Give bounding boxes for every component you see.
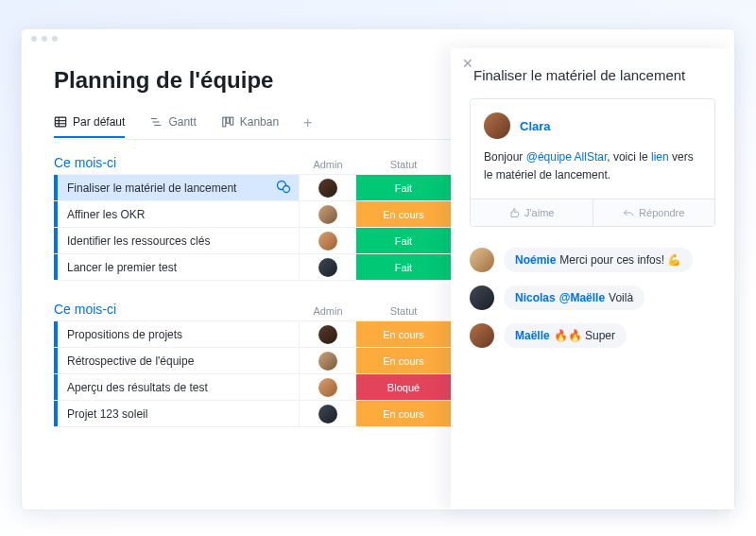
svg-rect-9 — [230, 117, 232, 125]
column-header-admin: Admin — [300, 159, 356, 170]
avatar — [318, 325, 337, 344]
svg-point-11 — [284, 185, 290, 192]
column-header-status: Statut — [356, 159, 451, 170]
status-cell[interactable]: Fait — [356, 175, 451, 200]
avatar — [470, 323, 494, 348]
admin-cell[interactable] — [300, 175, 356, 200]
group-header: Ce mois-ciAdminStatut — [54, 302, 451, 317]
admin-cell[interactable] — [300, 374, 356, 400]
tab-label: Par défaut — [73, 115, 125, 129]
reply-button[interactable]: Répondre — [593, 199, 715, 226]
task-cell[interactable]: Identifier les ressources clés — [58, 228, 300, 253]
svg-rect-7 — [222, 117, 225, 127]
admin-cell[interactable] — [300, 321, 356, 347]
groups-container: Ce mois-ciAdminStatutFinaliser le matéri… — [54, 155, 451, 427]
status-cell[interactable]: En cours — [356, 321, 451, 347]
like-button[interactable]: J'aime — [471, 199, 593, 226]
avatar — [318, 179, 337, 198]
avatar — [470, 285, 494, 310]
admin-cell[interactable] — [300, 348, 356, 373]
svg-rect-0 — [55, 117, 65, 127]
task-cell[interactable]: Propositions de projets — [58, 321, 300, 347]
rows: Propositions de projetsEn coursRétrospec… — [54, 320, 451, 427]
reply-item: Nicolas @Maëlle Voilà — [470, 285, 715, 310]
reply-author[interactable]: Nicolas — [515, 291, 556, 304]
mention[interactable]: @Maëlle — [559, 291, 605, 304]
reply-bubble[interactable]: Maëlle 🔥🔥 Super — [504, 323, 627, 348]
group-header: Ce mois-ciAdminStatut — [54, 155, 451, 170]
reply-author[interactable]: Noémie — [515, 253, 556, 267]
status-cell[interactable]: En cours — [356, 201, 451, 227]
admin-cell[interactable] — [300, 228, 356, 253]
avatar — [470, 248, 494, 272]
reply-label: Répondre — [639, 207, 684, 218]
table-row[interactable]: Aperçu des résultats de testBloqué — [54, 374, 451, 401]
gantt-icon — [149, 115, 163, 129]
table-row[interactable]: Affiner les OKREn cours — [54, 201, 451, 228]
task-group: Ce mois-ciAdminStatutPropositions de pro… — [54, 302, 451, 427]
update-text-part: Bonjour — [484, 150, 526, 164]
group-title[interactable]: Ce mois-ci — [54, 302, 300, 317]
update-author[interactable]: Clara — [520, 119, 551, 133]
tab-gantt[interactable]: Gantt — [149, 115, 196, 138]
group-title[interactable]: Ce mois-ci — [54, 155, 300, 170]
window-dot — [31, 36, 37, 42]
avatar — [484, 112, 510, 139]
mention[interactable]: @équipe AllStar — [526, 150, 608, 164]
main-area: Planning de l'équipe Par défaut Gantt Ka… — [22, 48, 734, 510]
status-cell[interactable]: Bloqué — [356, 374, 451, 400]
reply-author[interactable]: Maëlle — [515, 329, 550, 342]
page-title: Planning de l'équipe — [54, 67, 451, 94]
table-row[interactable]: Lancer le premier testFait — [54, 254, 451, 281]
status-cell[interactable]: Fait — [356, 254, 451, 280]
reply-text: Voilà — [609, 291, 633, 304]
status-cell[interactable]: Fait — [356, 228, 451, 253]
task-cell[interactable]: Projet 123 soleil — [58, 401, 300, 426]
avatar — [318, 205, 337, 224]
reply-icon — [623, 207, 634, 218]
tab-label: Kanban — [240, 115, 279, 129]
task-cell[interactable]: Lancer le premier test — [58, 254, 300, 280]
link[interactable]: lien — [651, 150, 669, 164]
reply-bubble[interactable]: Nicolas @Maëlle Voilà — [504, 285, 644, 310]
view-tabs: Par défaut Gantt Kanban + — [54, 114, 451, 140]
like-label: J'aime — [524, 207, 554, 218]
update-text-part: , voici le — [607, 150, 651, 164]
kanban-icon — [221, 115, 234, 129]
task-cell[interactable]: Finaliser le matériel de lancement — [58, 175, 300, 200]
table-icon — [54, 115, 67, 129]
conversation-icon[interactable] — [276, 179, 291, 197]
svg-rect-8 — [226, 117, 229, 123]
board-pane: Planning de l'équipe Par défaut Gantt Ka… — [22, 48, 451, 510]
reply-text: Merci pour ces infos! 💪 — [559, 253, 681, 267]
table-row[interactable]: Projet 123 soleilEn cours — [54, 401, 451, 427]
table-row[interactable]: Propositions de projetsEn cours — [54, 321, 451, 348]
window-dot — [42, 36, 47, 42]
tab-default[interactable]: Par défaut — [54, 115, 125, 138]
column-header-status: Statut — [356, 305, 451, 317]
tab-kanban[interactable]: Kanban — [221, 115, 279, 138]
table-row[interactable]: Finaliser le matériel de lancementFait — [54, 175, 451, 201]
admin-cell[interactable] — [300, 254, 356, 280]
avatar — [318, 258, 337, 277]
item-panel: ✕ Finaliser le matériel de lancement Cla… — [451, 48, 734, 510]
thumbs-up-icon — [508, 207, 520, 218]
table-row[interactable]: Identifier les ressources clésFait — [54, 228, 451, 254]
table-row[interactable]: Rétrospective de l'équipeEn cours — [54, 348, 451, 374]
task-cell[interactable]: Aperçu des résultats de test — [58, 374, 300, 400]
task-cell[interactable]: Rétrospective de l'équipe — [58, 348, 300, 373]
close-panel-button[interactable]: ✕ — [462, 56, 473, 71]
reply-item: Maëlle 🔥🔥 Super — [470, 323, 715, 348]
admin-cell[interactable] — [300, 201, 356, 227]
task-cell[interactable]: Affiner les OKR — [58, 201, 300, 227]
reply-bubble[interactable]: Noémie Merci pour ces infos! 💪 — [504, 248, 693, 272]
add-view-button[interactable]: + — [303, 114, 312, 139]
status-cell[interactable]: En cours — [356, 348, 451, 373]
app-window: Planning de l'équipe Par défaut Gantt Ka… — [21, 28, 735, 510]
update-text: Bonjour @équipe AllStar, voici le lien v… — [484, 148, 701, 183]
window-titlebar — [22, 29, 734, 48]
admin-cell[interactable] — [300, 401, 356, 426]
reply-text: 🔥🔥 Super — [554, 329, 615, 342]
status-cell[interactable]: En cours — [356, 401, 451, 426]
avatar — [318, 378, 337, 397]
